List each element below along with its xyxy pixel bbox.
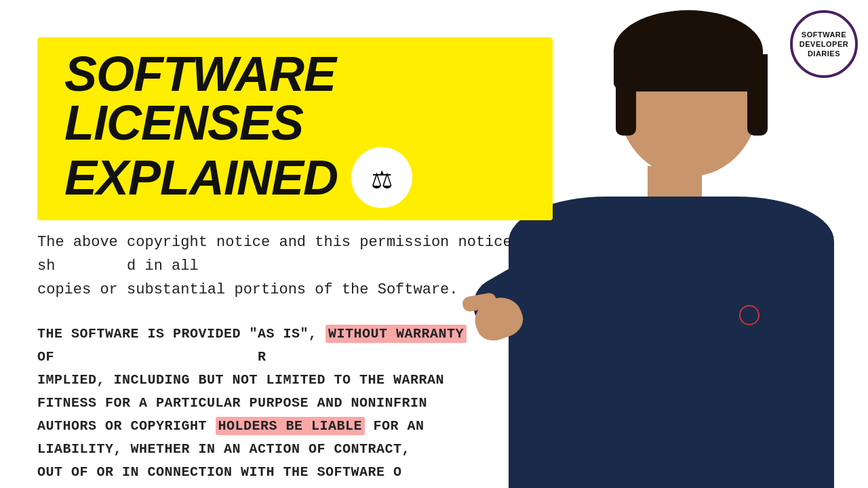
person-hair-left [616,54,636,136]
title-banner: SOFTWARE LICENSES EXPLAINED ⚖ [37,37,553,220]
logo-container: SOFTWARE DEVELOPER DIARIES [790,10,858,78]
shirt-logo [739,305,760,325]
title-line2: EXPLAINED [64,153,338,202]
logo-circle: SOFTWARE DEVELOPER DIARIES [790,10,858,78]
person-hair-right [747,54,768,136]
paragraph1: The above copyright notice and this perm… [37,230,580,302]
detected-or-text: or [100,281,117,298]
main-container: SOFTWARE LICENSES EXPLAINED ⚖ The above … [0,0,868,488]
title-line1: SOFTWARE LICENSES [64,49,526,147]
highlight-without-warranty: WITHOUT WARRANTY [326,325,467,343]
paragraph2: THE SOFTWARE IS PROVIDED "AS IS", WITHOU… [37,323,580,488]
scales-icon: ⚖ [372,158,392,198]
scales-circle: ⚖ [351,147,412,208]
text-content: The above copyright notice and this perm… [37,230,580,488]
logo-text: SOFTWARE DEVELOPER DIARIES [800,30,848,59]
highlight-holders-liable: HOLDERS BE LIABLE [216,417,366,435]
person-hair-top [614,10,763,92]
title-line2-row: EXPLAINED ⚖ [64,147,412,208]
